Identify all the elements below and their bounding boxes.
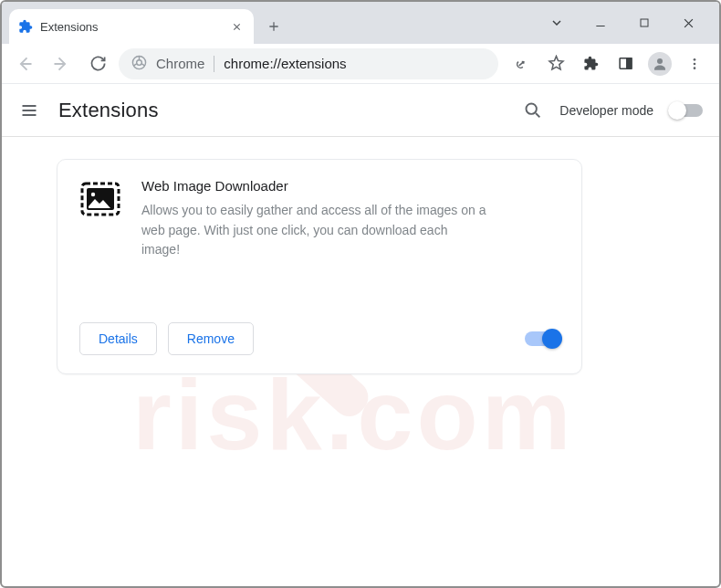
share-button[interactable] bbox=[507, 50, 535, 78]
profile-button[interactable] bbox=[646, 50, 674, 78]
maximize-button[interactable] bbox=[633, 12, 655, 34]
svg-point-10 bbox=[657, 58, 663, 64]
search-button[interactable] bbox=[521, 100, 543, 121]
svg-point-7 bbox=[137, 59, 142, 65]
developer-mode-toggle[interactable] bbox=[670, 104, 703, 117]
omnibox-divider bbox=[214, 56, 214, 72]
reload-button[interactable] bbox=[82, 48, 113, 79]
window-controls bbox=[546, 2, 714, 44]
svg-point-11 bbox=[694, 58, 696, 61]
extensions-button[interactable] bbox=[577, 50, 604, 78]
tab-title: Extensions bbox=[40, 20, 221, 34]
omnibox-prefix: Chrome bbox=[156, 56, 204, 71]
extensions-list: Web Image Downloader Allows you to easil… bbox=[2, 137, 719, 374]
forward-button[interactable] bbox=[46, 48, 77, 79]
bookmark-button[interactable] bbox=[542, 50, 569, 78]
omnibox-url: chrome://extensions bbox=[224, 56, 346, 71]
svg-point-17 bbox=[91, 193, 95, 196]
new-tab-button[interactable] bbox=[261, 14, 287, 39]
details-button[interactable]: Details bbox=[79, 322, 157, 355]
minimize-button[interactable] bbox=[590, 12, 611, 34]
hamburger-menu-button[interactable] bbox=[18, 100, 40, 121]
extension-enable-toggle[interactable] bbox=[525, 331, 559, 346]
svg-point-13 bbox=[694, 67, 696, 69]
browser-toolbar: Chrome chrome://extensions bbox=[2, 44, 719, 84]
address-bar[interactable]: Chrome chrome://extensions bbox=[119, 48, 498, 79]
extension-name: Web Image Downloader bbox=[141, 178, 559, 194]
close-window-button[interactable] bbox=[677, 12, 699, 34]
svg-rect-5 bbox=[641, 19, 648, 26]
avatar-icon bbox=[648, 52, 672, 76]
puzzle-icon bbox=[18, 19, 33, 34]
extensions-header: Extensions Developer mode bbox=[2, 84, 719, 137]
page-title: Extensions bbox=[58, 99, 159, 122]
svg-point-14 bbox=[526, 104, 536, 114]
tab-search-button[interactable] bbox=[546, 12, 568, 34]
browser-tab[interactable]: Extensions bbox=[9, 9, 254, 44]
extension-icon bbox=[79, 178, 121, 220]
developer-mode-label: Developer mode bbox=[559, 103, 653, 118]
close-tab-button[interactable] bbox=[228, 18, 245, 35]
toggle-knob bbox=[668, 101, 686, 120]
remove-button[interactable]: Remove bbox=[168, 322, 254, 355]
side-panel-button[interactable] bbox=[611, 50, 639, 78]
toggle-knob bbox=[542, 329, 562, 349]
chrome-icon bbox=[131, 55, 147, 73]
extension-card: Web Image Downloader Allows you to easil… bbox=[57, 159, 582, 374]
svg-rect-9 bbox=[626, 58, 631, 68]
back-button[interactable] bbox=[9, 48, 40, 79]
extension-description: Allows you to easily gather and access a… bbox=[141, 201, 488, 260]
window-titlebar: Extensions bbox=[2, 2, 719, 44]
svg-point-12 bbox=[694, 62, 696, 65]
menu-button[interactable] bbox=[681, 50, 708, 78]
